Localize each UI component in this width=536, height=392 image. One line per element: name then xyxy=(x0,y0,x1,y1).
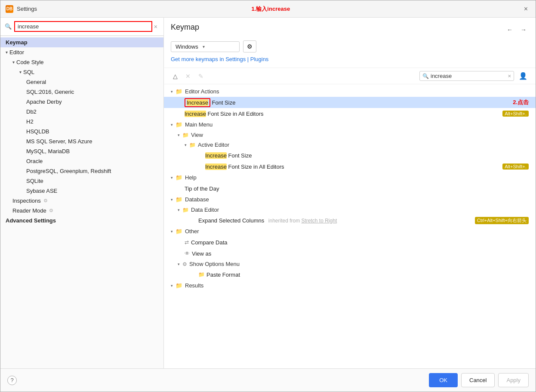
database-chevron: ▾ xyxy=(171,198,173,202)
editor-label: Editor xyxy=(9,49,24,56)
annotation-2: 2.点击 xyxy=(513,99,529,106)
keymap-gear-button[interactable]: ⚙ xyxy=(243,40,256,52)
increase-font-size-row[interactable]: Increase Font Size 2.点击 xyxy=(164,97,536,108)
view-increase-font-size-label: Increase Font Size xyxy=(205,152,529,159)
group-view[interactable]: ▾ 📁 View xyxy=(164,130,536,140)
user-icon[interactable]: 👤 xyxy=(518,71,529,81)
add-shortcut-button[interactable]: △ xyxy=(171,71,180,81)
compare-data-label: Compare Data xyxy=(191,239,529,246)
search-icon-left: 🔍 xyxy=(5,23,12,30)
inspections-label: Inspections xyxy=(12,198,41,204)
nav-item-editor[interactable]: ▾ Editor xyxy=(0,47,163,57)
reader-mode-label: Reader Mode xyxy=(12,207,46,214)
reader-mode-gear-icon: ⚙ xyxy=(49,208,53,213)
nav-item-sql2016[interactable]: SQL:2016, Generic xyxy=(0,87,163,97)
results-label: Results xyxy=(185,282,203,289)
edit-shortcut-button[interactable]: ✎ xyxy=(196,71,206,81)
show-options-icon: ⚙ xyxy=(182,261,187,267)
nav-back-button[interactable]: ← xyxy=(505,25,515,34)
tip-of-day-row[interactable]: Tip of the Day xyxy=(164,183,536,194)
cancel-button[interactable]: Cancel xyxy=(461,373,495,387)
sqlite-label: SQLite xyxy=(26,178,43,184)
keymap-title: Keymap xyxy=(171,23,199,32)
footer: ? OK Cancel Apply xyxy=(0,368,536,392)
view-increase-font-size-row[interactable]: Increase Font Size xyxy=(164,150,536,161)
help-chevron: ▾ xyxy=(171,176,173,180)
other-chevron: ▾ xyxy=(171,229,173,234)
increase-font-size-all-label: Increase Font Size in All Editors xyxy=(185,111,499,117)
expand-selected-columns-row[interactable]: Expand Selected Columns inherited from S… xyxy=(164,215,536,226)
group-show-options-menu[interactable]: ▾ ⚙ Show Options Menu xyxy=(164,259,536,269)
keymap-dropdown[interactable]: Windows ▾ xyxy=(171,41,240,52)
results-chevron: ▾ xyxy=(171,284,173,288)
main-menu-folder-icon: 📁 xyxy=(176,121,182,128)
left-search-clear[interactable]: × xyxy=(152,22,159,31)
help-button[interactable]: ? xyxy=(7,376,17,385)
apply-button[interactable]: Apply xyxy=(498,373,529,387)
keymaps-link[interactable]: Get more keymaps in Settings | Plugins xyxy=(171,52,529,64)
increase-font-size-all-row[interactable]: Increase Font Size in All Editors Alt+Sh… xyxy=(164,108,536,119)
footer-left: ? xyxy=(7,376,429,385)
nav-item-oracle[interactable]: Oracle xyxy=(0,156,163,166)
sybase-label: Sybase ASE xyxy=(26,188,57,194)
group-data-editor[interactable]: ▾ 📁 Data Editor xyxy=(164,205,536,215)
nav-item-sqlite[interactable]: SQLite xyxy=(0,176,163,186)
nav-item-keymap[interactable]: Keymap xyxy=(0,37,163,47)
paste-format-row[interactable]: 📁 Paste Format xyxy=(164,269,536,280)
nav-item-mssql[interactable]: MS SQL Server, MS Azure xyxy=(0,136,163,146)
nav-item-postgresql[interactable]: PostgreSQL, Greenplum, Redshift xyxy=(0,166,163,176)
nav-item-hsqldb[interactable]: HSQLDB xyxy=(0,127,163,136)
nav-item-inspections[interactable]: Inspections ⚙ xyxy=(0,196,163,206)
mssql-label: MS SQL Server, MS Azure xyxy=(26,138,92,145)
footer-buttons: OK Cancel Apply xyxy=(429,373,529,387)
view-as-label: View as xyxy=(192,250,529,257)
mysql-label: MySQL, MariaDB xyxy=(26,148,70,154)
nav-item-db2[interactable]: Db2 xyxy=(0,107,163,117)
increase-all-shortcut: Alt+Shift+. xyxy=(502,111,529,117)
help-label: Help xyxy=(185,174,197,181)
nav-item-h2[interactable]: H2 xyxy=(0,117,163,127)
view-increase-font-size-all-label: Increase Font Size in All Editors xyxy=(205,164,499,170)
inspections-gear-icon: ⚙ xyxy=(43,198,48,204)
data-editor-folder-icon: 📁 xyxy=(182,207,189,213)
nav-item-mysql[interactable]: MySQL, MariaDB xyxy=(0,146,163,156)
group-results[interactable]: ▾ 📁 Results xyxy=(164,280,536,291)
other-folder-icon: 📁 xyxy=(176,228,182,235)
keymap-toolbar: Windows ▾ ⚙ xyxy=(171,40,529,52)
group-editor-actions[interactable]: ▾ 📁 Editor Actions xyxy=(164,86,536,97)
group-main-menu[interactable]: ▾ 📁 Main Menu xyxy=(164,119,536,130)
keymap-header: Keymap ← → Windows ▾ ⚙ Get more keymaps … xyxy=(164,18,536,68)
paste-format-label: Paste Format xyxy=(206,272,529,278)
tip-of-day-label: Tip of the Day xyxy=(185,185,529,192)
database-label: Database xyxy=(185,196,209,203)
nav-item-code-style[interactable]: ▾ Code Style xyxy=(0,57,163,67)
right-search-clear[interactable]: × xyxy=(508,73,511,79)
nav-item-sybase[interactable]: Sybase ASE xyxy=(0,186,163,196)
view-as-row[interactable]: 👁 View as xyxy=(164,248,536,259)
nav-item-apache-derby[interactable]: Apache Derby xyxy=(0,97,163,107)
group-database[interactable]: ▾ 📁 Database xyxy=(164,194,536,205)
group-other[interactable]: ▾ 📁 Other xyxy=(164,226,536,237)
group-help[interactable]: ▾ 📁 Help xyxy=(164,172,536,183)
code-style-chevron: ▾ xyxy=(12,60,15,65)
ok-button[interactable]: OK xyxy=(429,373,458,387)
left-search-bar: 🔍 × xyxy=(0,18,163,36)
right-search-input[interactable] xyxy=(431,73,508,79)
view-increase-all-shortcut: Alt+Shift+. xyxy=(502,164,529,170)
nav-fwd-button[interactable]: → xyxy=(518,25,529,34)
h2-label: H2 xyxy=(26,118,34,125)
close-button[interactable]: × xyxy=(521,4,530,14)
view-as-icon: 👁 xyxy=(185,250,190,256)
editor-actions-label: Editor Actions xyxy=(185,88,219,95)
nav-item-reader-mode[interactable]: Reader Mode ⚙ xyxy=(0,206,163,216)
view-increase-font-size-all-row[interactable]: Increase Font Size in All Editors Alt+Sh… xyxy=(164,161,536,172)
nav-item-general[interactable]: General xyxy=(0,77,163,87)
remove-shortcut-button[interactable]: ✕ xyxy=(183,71,193,81)
group-active-editor[interactable]: ▾ 📁 Active Editor xyxy=(164,140,536,150)
compare-data-row[interactable]: ⇄ Compare Data xyxy=(164,237,536,248)
left-search-input[interactable] xyxy=(14,21,152,32)
nav-item-sql[interactable]: ▾ SQL xyxy=(0,67,163,77)
keymap-content: ▾ 📁 Editor Actions Increase Font Size 2.… xyxy=(164,84,536,368)
nav-item-advanced[interactable]: Advanced Settings xyxy=(0,216,163,225)
view-chevron: ▾ xyxy=(178,133,180,137)
